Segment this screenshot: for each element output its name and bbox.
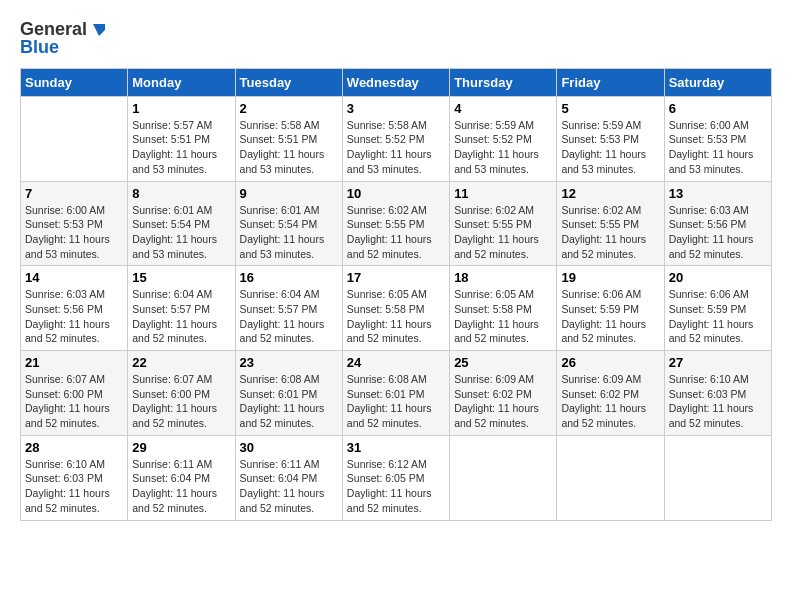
header-cell-thursday: Thursday xyxy=(450,68,557,96)
day-number: 28 xyxy=(25,440,123,455)
calendar-cell: 21Sunrise: 6:07 AM Sunset: 6:00 PM Dayli… xyxy=(21,351,128,436)
day-info: Sunrise: 6:04 AM Sunset: 5:57 PM Dayligh… xyxy=(132,287,230,346)
calendar-cell: 13Sunrise: 6:03 AM Sunset: 5:56 PM Dayli… xyxy=(664,181,771,266)
day-number: 9 xyxy=(240,186,338,201)
day-info: Sunrise: 6:05 AM Sunset: 5:58 PM Dayligh… xyxy=(347,287,445,346)
calendar-cell: 6Sunrise: 6:00 AM Sunset: 5:53 PM Daylig… xyxy=(664,96,771,181)
day-number: 30 xyxy=(240,440,338,455)
day-info: Sunrise: 6:00 AM Sunset: 5:53 PM Dayligh… xyxy=(25,203,123,262)
day-info: Sunrise: 5:58 AM Sunset: 5:52 PM Dayligh… xyxy=(347,118,445,177)
day-info: Sunrise: 6:06 AM Sunset: 5:59 PM Dayligh… xyxy=(669,287,767,346)
day-number: 14 xyxy=(25,270,123,285)
calendar-cell: 2Sunrise: 5:58 AM Sunset: 5:51 PM Daylig… xyxy=(235,96,342,181)
day-number: 22 xyxy=(132,355,230,370)
day-number: 19 xyxy=(561,270,659,285)
day-info: Sunrise: 5:59 AM Sunset: 5:52 PM Dayligh… xyxy=(454,118,552,177)
calendar-cell: 17Sunrise: 6:05 AM Sunset: 5:58 PM Dayli… xyxy=(342,266,449,351)
calendar-cell: 10Sunrise: 6:02 AM Sunset: 5:55 PM Dayli… xyxy=(342,181,449,266)
day-number: 12 xyxy=(561,186,659,201)
day-info: Sunrise: 6:07 AM Sunset: 6:00 PM Dayligh… xyxy=(25,372,123,431)
calendar-cell: 31Sunrise: 6:12 AM Sunset: 6:05 PM Dayli… xyxy=(342,435,449,520)
header-cell-monday: Monday xyxy=(128,68,235,96)
calendar-cell: 22Sunrise: 6:07 AM Sunset: 6:00 PM Dayli… xyxy=(128,351,235,436)
calendar-cell: 9Sunrise: 6:01 AM Sunset: 5:54 PM Daylig… xyxy=(235,181,342,266)
calendar-table: SundayMondayTuesdayWednesdayThursdayFrid… xyxy=(20,68,772,521)
calendar-cell: 7Sunrise: 6:00 AM Sunset: 5:53 PM Daylig… xyxy=(21,181,128,266)
header-cell-tuesday: Tuesday xyxy=(235,68,342,96)
calendar-cell: 29Sunrise: 6:11 AM Sunset: 6:04 PM Dayli… xyxy=(128,435,235,520)
header-cell-saturday: Saturday xyxy=(664,68,771,96)
day-info: Sunrise: 6:10 AM Sunset: 6:03 PM Dayligh… xyxy=(25,457,123,516)
calendar-cell xyxy=(664,435,771,520)
header-cell-sunday: Sunday xyxy=(21,68,128,96)
calendar-week-1: 1Sunrise: 5:57 AM Sunset: 5:51 PM Daylig… xyxy=(21,96,772,181)
day-info: Sunrise: 5:57 AM Sunset: 5:51 PM Dayligh… xyxy=(132,118,230,177)
day-number: 27 xyxy=(669,355,767,370)
day-info: Sunrise: 6:09 AM Sunset: 6:02 PM Dayligh… xyxy=(454,372,552,431)
day-number: 23 xyxy=(240,355,338,370)
day-info: Sunrise: 6:08 AM Sunset: 6:01 PM Dayligh… xyxy=(240,372,338,431)
calendar-cell: 16Sunrise: 6:04 AM Sunset: 5:57 PM Dayli… xyxy=(235,266,342,351)
day-number: 26 xyxy=(561,355,659,370)
svg-marker-0 xyxy=(93,24,105,36)
calendar-cell: 14Sunrise: 6:03 AM Sunset: 5:56 PM Dayli… xyxy=(21,266,128,351)
day-info: Sunrise: 6:12 AM Sunset: 6:05 PM Dayligh… xyxy=(347,457,445,516)
day-info: Sunrise: 6:11 AM Sunset: 6:04 PM Dayligh… xyxy=(240,457,338,516)
calendar-cell: 18Sunrise: 6:05 AM Sunset: 5:58 PM Dayli… xyxy=(450,266,557,351)
day-info: Sunrise: 6:10 AM Sunset: 6:03 PM Dayligh… xyxy=(669,372,767,431)
day-number: 20 xyxy=(669,270,767,285)
header-cell-friday: Friday xyxy=(557,68,664,96)
calendar-cell xyxy=(557,435,664,520)
day-number: 13 xyxy=(669,186,767,201)
logo-blue: Blue xyxy=(20,38,109,58)
header-cell-wednesday: Wednesday xyxy=(342,68,449,96)
calendar-cell: 8Sunrise: 6:01 AM Sunset: 5:54 PM Daylig… xyxy=(128,181,235,266)
calendar-cell: 5Sunrise: 5:59 AM Sunset: 5:53 PM Daylig… xyxy=(557,96,664,181)
day-info: Sunrise: 6:03 AM Sunset: 5:56 PM Dayligh… xyxy=(669,203,767,262)
calendar-week-3: 14Sunrise: 6:03 AM Sunset: 5:56 PM Dayli… xyxy=(21,266,772,351)
calendar-cell: 1Sunrise: 5:57 AM Sunset: 5:51 PM Daylig… xyxy=(128,96,235,181)
day-info: Sunrise: 6:08 AM Sunset: 6:01 PM Dayligh… xyxy=(347,372,445,431)
calendar-cell: 12Sunrise: 6:02 AM Sunset: 5:55 PM Dayli… xyxy=(557,181,664,266)
calendar-cell: 15Sunrise: 6:04 AM Sunset: 5:57 PM Dayli… xyxy=(128,266,235,351)
calendar-cell: 19Sunrise: 6:06 AM Sunset: 5:59 PM Dayli… xyxy=(557,266,664,351)
day-number: 8 xyxy=(132,186,230,201)
day-number: 7 xyxy=(25,186,123,201)
day-info: Sunrise: 6:06 AM Sunset: 5:59 PM Dayligh… xyxy=(561,287,659,346)
day-info: Sunrise: 6:02 AM Sunset: 5:55 PM Dayligh… xyxy=(347,203,445,262)
calendar-cell: 27Sunrise: 6:10 AM Sunset: 6:03 PM Dayli… xyxy=(664,351,771,436)
day-info: Sunrise: 6:04 AM Sunset: 5:57 PM Dayligh… xyxy=(240,287,338,346)
day-number: 11 xyxy=(454,186,552,201)
day-number: 3 xyxy=(347,101,445,116)
calendar-cell: 11Sunrise: 6:02 AM Sunset: 5:55 PM Dayli… xyxy=(450,181,557,266)
calendar-cell xyxy=(450,435,557,520)
day-info: Sunrise: 6:01 AM Sunset: 5:54 PM Dayligh… xyxy=(132,203,230,262)
calendar-cell xyxy=(21,96,128,181)
calendar-cell: 28Sunrise: 6:10 AM Sunset: 6:03 PM Dayli… xyxy=(21,435,128,520)
day-number: 24 xyxy=(347,355,445,370)
day-number: 10 xyxy=(347,186,445,201)
day-info: Sunrise: 5:58 AM Sunset: 5:51 PM Dayligh… xyxy=(240,118,338,177)
day-number: 4 xyxy=(454,101,552,116)
day-number: 21 xyxy=(25,355,123,370)
calendar-header-row: SundayMondayTuesdayWednesdayThursdayFrid… xyxy=(21,68,772,96)
day-number: 1 xyxy=(132,101,230,116)
day-number: 18 xyxy=(454,270,552,285)
day-number: 25 xyxy=(454,355,552,370)
logo: General Blue xyxy=(20,20,109,58)
calendar-cell: 20Sunrise: 6:06 AM Sunset: 5:59 PM Dayli… xyxy=(664,266,771,351)
calendar-cell: 23Sunrise: 6:08 AM Sunset: 6:01 PM Dayli… xyxy=(235,351,342,436)
day-info: Sunrise: 6:02 AM Sunset: 5:55 PM Dayligh… xyxy=(454,203,552,262)
calendar-cell: 3Sunrise: 5:58 AM Sunset: 5:52 PM Daylig… xyxy=(342,96,449,181)
logo-text-block: General Blue xyxy=(20,20,109,58)
day-number: 29 xyxy=(132,440,230,455)
day-number: 16 xyxy=(240,270,338,285)
day-info: Sunrise: 6:00 AM Sunset: 5:53 PM Dayligh… xyxy=(669,118,767,177)
day-number: 15 xyxy=(132,270,230,285)
logo-chevron-icon xyxy=(89,20,109,40)
calendar-cell: 26Sunrise: 6:09 AM Sunset: 6:02 PM Dayli… xyxy=(557,351,664,436)
day-number: 5 xyxy=(561,101,659,116)
calendar-cell: 4Sunrise: 5:59 AM Sunset: 5:52 PM Daylig… xyxy=(450,96,557,181)
header: General Blue xyxy=(20,20,772,58)
calendar-week-2: 7Sunrise: 6:00 AM Sunset: 5:53 PM Daylig… xyxy=(21,181,772,266)
